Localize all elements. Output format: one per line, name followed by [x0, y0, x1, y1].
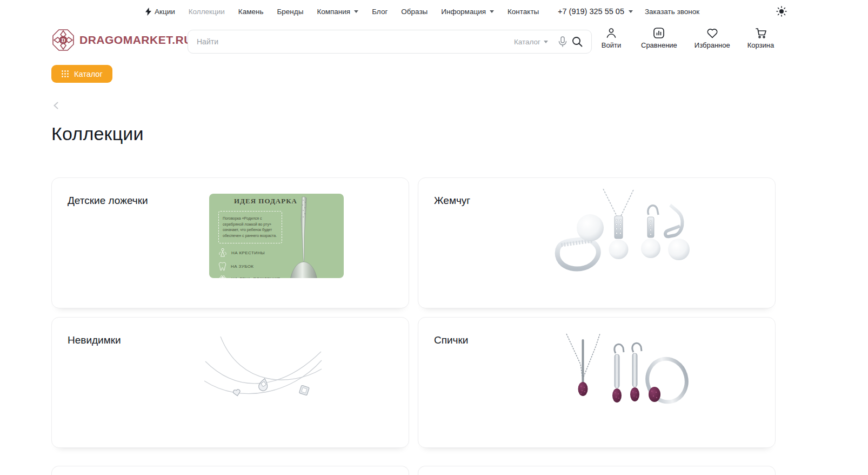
topnav-item-collections[interactable]: Коллекции [189, 8, 225, 16]
search-bar: Каталог [188, 30, 592, 54]
top-bar: Акции Коллекции Камень Бренды Компания Б… [0, 0, 868, 23]
collection-image-spoons: ИДЕЯ ПОДАРКА Поговорка «Родился с серебр… [209, 194, 344, 278]
collection-title: Спички [434, 334, 468, 346]
site-logo[interactable]: D DRAGOMARKET.RU [51, 28, 192, 52]
topnav-item-stone[interactable]: Камень [238, 8, 264, 16]
chevron-down-icon [354, 10, 358, 13]
top-navigation: Акции Коллекции Камень Бренды Компания Б… [145, 0, 539, 23]
compare-button[interactable]: Сравнение [641, 27, 677, 49]
logo-letter: D [61, 37, 65, 43]
site-header: D DRAGOMARKET.RU Каталог [0, 25, 868, 58]
collection-title: Детские ложечки [68, 195, 148, 207]
request-call-link[interactable]: Заказать звонок [645, 8, 699, 16]
sun-icon [776, 6, 787, 17]
catalog-button-label: Каталог [74, 70, 103, 78]
chevron-down-icon [629, 10, 633, 13]
logo-text: DRAGOMARKET.RU [79, 34, 192, 47]
lightning-icon [145, 8, 152, 16]
catalog-button[interactable]: Каталог [51, 65, 112, 83]
collection-image-matches [564, 333, 690, 419]
topnav-label: Блог [372, 8, 388, 16]
topnav-item-brands[interactable]: Бренды [277, 8, 303, 16]
collections-grid: Детские ложечки ИДЕЯ ПОДАРКА Поговорка «… [51, 177, 776, 448]
collection-image-invisible [204, 337, 322, 411]
search-icon [572, 36, 583, 47]
collection-image-pearls [543, 189, 694, 278]
topnav-item-promotions[interactable]: Акции [145, 8, 175, 16]
phone-number[interactable]: +7 (919) 325 55 05 [558, 7, 633, 16]
topnav-item-looks[interactable]: Образы [401, 8, 428, 16]
search-input[interactable] [197, 37, 514, 46]
login-button[interactable]: Войти [599, 27, 624, 49]
topnav-label: Образы [401, 8, 428, 16]
action-label: Корзина [747, 41, 774, 49]
compare-icon [652, 27, 665, 39]
banner-item-christening: НА КРЕСТИНЫ [218, 248, 265, 258]
chevron-left-icon [51, 101, 61, 110]
grid-icon [61, 70, 69, 78]
collections-grid-next-row [51, 466, 776, 475]
cart-icon [755, 27, 767, 39]
user-icon [605, 27, 618, 39]
tooth-icon [218, 262, 226, 271]
cart-button[interactable]: Корзина [747, 27, 774, 49]
topnav-label: Контакты [508, 8, 539, 16]
action-label: Сравнение [641, 41, 677, 49]
topnav-label: Информация [441, 8, 486, 16]
collection-card-invisible[interactable]: Невидимки [51, 317, 409, 448]
banner-item-label: НА ЗУБОК [231, 264, 253, 269]
phone-label: +7 (919) 325 55 05 [558, 7, 624, 16]
chevron-down-icon [490, 10, 494, 13]
back-button[interactable] [51, 101, 61, 110]
banner-item-birthday: НА ДЕНЬ РОЖДЕНИЯ [218, 275, 280, 278]
search-submit-button[interactable] [570, 34, 585, 49]
chevron-down-icon [544, 41, 548, 43]
topnav-item-contacts[interactable]: Контакты [508, 8, 539, 16]
logo-ornament-icon: D [51, 28, 75, 52]
topnav-label: Акции [155, 8, 175, 16]
topnav-item-blog[interactable]: Блог [372, 8, 388, 16]
topnav-item-company[interactable]: Компания [317, 8, 358, 16]
collection-card-matches[interactable]: Спички [418, 317, 776, 448]
banner-item-label: НА КРЕСТИНЫ [231, 250, 265, 255]
voice-search-button[interactable] [556, 34, 570, 49]
action-label: Избранное [695, 41, 730, 49]
collection-card-spoons[interactable]: Детские ложечки ИДЕЯ ПОДАРКА Поговорка «… [51, 177, 409, 308]
topnav-label: Компания [317, 8, 350, 16]
gift-icon [218, 275, 227, 278]
page-title: Коллекции [51, 123, 868, 144]
topnav-label: Коллекции [189, 8, 225, 16]
topnav-item-information[interactable]: Информация [441, 8, 494, 16]
silver-spoon-image [288, 194, 320, 278]
match-jewelry-image [564, 333, 690, 419]
collection-card-partial[interactable] [418, 466, 776, 475]
angel-icon [218, 248, 227, 258]
search-category-label: Каталог [514, 38, 540, 46]
heart-icon [706, 27, 719, 39]
pearl-jewelry-image [543, 189, 694, 278]
collection-card-pearls[interactable]: Жемчуг [418, 177, 776, 308]
search-category-select[interactable]: Каталог [514, 38, 548, 46]
favorites-button[interactable]: Избранное [695, 27, 730, 49]
collection-title: Невидимки [68, 334, 121, 346]
theme-toggle-button[interactable] [776, 6, 787, 17]
topnav-label: Бренды [277, 8, 303, 16]
microphone-icon [558, 36, 567, 47]
collection-card-partial[interactable] [51, 466, 409, 475]
banner-item-tooth: НА ЗУБОК [218, 262, 253, 271]
invisible-necklaces-image [204, 337, 322, 411]
header-actions: Войти Сравнение Избранное Корзина [599, 27, 774, 49]
banner-quote: Поговорка «Родился с серебряной ложкой в… [218, 211, 282, 243]
action-label: Войти [602, 41, 621, 49]
topnav-label: Камень [238, 8, 264, 16]
collection-title: Жемчуг [434, 195, 470, 207]
banner-item-label: НА ДЕНЬ РОЖДЕНИЯ [231, 276, 280, 279]
